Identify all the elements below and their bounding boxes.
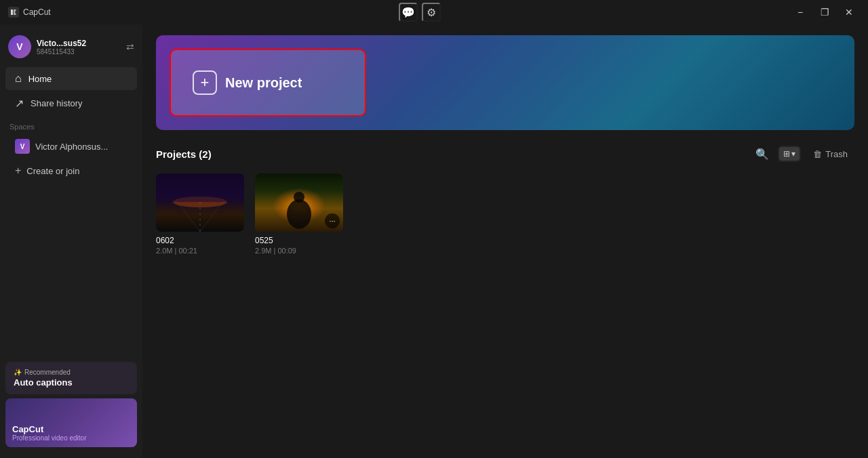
new-project-label: New project xyxy=(225,75,302,91)
capcut-promo-banner[interactable]: CapCut Professional video editor xyxy=(5,398,137,447)
project-name: 0525 xyxy=(255,236,343,245)
trash-icon: 🗑 xyxy=(813,149,822,159)
user-id: 5845115433 xyxy=(37,48,121,56)
home-icon: ⌂ xyxy=(15,72,22,85)
title-bar-icon-area: 💬 ⚙ xyxy=(399,3,441,22)
trash-label: Trash xyxy=(825,149,848,159)
sparkle-icon: ✨ xyxy=(14,369,22,376)
close-button[interactable]: ✕ xyxy=(838,3,860,22)
promo-text: CapCut Professional video editor xyxy=(12,424,87,442)
recommended-title: Auto captions xyxy=(14,377,129,388)
view-toggle-button[interactable]: ⊞ ▾ xyxy=(779,147,800,161)
app-title: CapCut xyxy=(23,7,51,17)
project-name: 0602 xyxy=(156,236,244,245)
recommended-label: ✨ Recommended xyxy=(14,369,129,376)
promo-subtitle: Professional video editor xyxy=(12,434,87,442)
user-info: Victo...sus52 5845115433 xyxy=(37,39,121,56)
trash-button[interactable]: 🗑 Trash xyxy=(806,146,854,162)
project-meta: 2.9M | 00:09 xyxy=(255,247,343,255)
create-join-button[interactable]: + Create or join xyxy=(5,160,137,182)
sidebar-item-share-history[interactable]: ↗ Share history xyxy=(5,91,137,115)
settings-icon-button[interactable]: ⚙ xyxy=(422,3,441,22)
sidebar-item-home-label: Home xyxy=(28,74,52,84)
project-thumbnail: ··· xyxy=(255,173,343,232)
svg-rect-6 xyxy=(156,173,244,202)
window-controls: − ❐ ✕ xyxy=(789,3,860,22)
minimize-button[interactable]: − xyxy=(789,3,811,22)
switch-account-icon[interactable]: ⇄ xyxy=(126,41,134,52)
view-chevron-icon: ▾ xyxy=(791,149,795,159)
search-button[interactable]: 🔍 xyxy=(752,144,772,164)
recommended-banner[interactable]: ✨ Recommended Auto captions xyxy=(5,362,137,394)
projects-toolbar: 🔍 ⊞ ▾ 🗑 Trash xyxy=(752,144,854,164)
promo-title: CapCut xyxy=(12,424,87,434)
avatar: V xyxy=(8,35,31,58)
main-content: + New project Projects (2) 🔍 ⊞ ▾ 🗑 Trash xyxy=(142,24,868,458)
projects-grid: 0602 2.0M | 00:21 xyxy=(156,173,854,255)
spaces-section-label: Spaces xyxy=(0,116,142,133)
hero-banner: + New project xyxy=(156,35,854,130)
capcut-logo-icon xyxy=(8,7,19,18)
maximize-button[interactable]: ❐ xyxy=(814,3,835,22)
sidebar: V Victo...sus52 5845115433 ⇄ ⌂ Home ↗ Sh… xyxy=(0,24,142,458)
create-join-label: Create or join xyxy=(26,166,79,176)
list-item[interactable]: ··· 0525 2.9M | 00:09 xyxy=(255,173,343,255)
feedback-icon-button[interactable]: 💬 xyxy=(399,3,418,22)
spaces-avatar: V xyxy=(15,139,30,154)
app-logo-area: CapCut xyxy=(8,7,51,18)
list-item[interactable]: 0602 2.0M | 00:21 xyxy=(156,173,244,255)
plus-icon: + xyxy=(193,70,217,95)
spaces-item-label: Victor Alphonsus... xyxy=(35,142,108,152)
spaces-item-victor[interactable]: V Victor Alphonsus... xyxy=(5,134,137,159)
sidebar-item-share-history-label: Share history xyxy=(31,98,83,108)
project-thumbnail xyxy=(156,173,244,232)
user-name: Victo...sus52 xyxy=(37,39,121,48)
projects-title: Projects (2) xyxy=(156,148,212,160)
projects-header: Projects (2) 🔍 ⊞ ▾ 🗑 Trash xyxy=(156,144,854,164)
view-toggle: ⊞ ▾ xyxy=(778,146,801,162)
main-layout: V Victo...sus52 5845115433 ⇄ ⌂ Home ↗ Sh… xyxy=(0,24,868,458)
title-bar: CapCut 💬 ⚙ − ❐ ✕ xyxy=(0,0,868,24)
new-project-button[interactable]: + New project xyxy=(170,49,366,117)
more-options-icon[interactable]: ··· xyxy=(325,213,340,228)
share-history-icon: ↗ xyxy=(15,97,24,110)
plus-icon: + xyxy=(15,165,21,177)
svg-point-9 xyxy=(287,199,311,229)
svg-point-10 xyxy=(294,192,304,203)
sidebar-item-home[interactable]: ⌂ Home xyxy=(5,67,137,90)
user-section: V Victo...sus52 5845115433 ⇄ xyxy=(0,30,142,66)
grid-view-icon: ⊞ xyxy=(783,149,790,159)
sidebar-bottom: ✨ Recommended Auto captions CapCut Profe… xyxy=(0,356,142,453)
project-meta: 2.0M | 00:21 xyxy=(156,247,244,255)
